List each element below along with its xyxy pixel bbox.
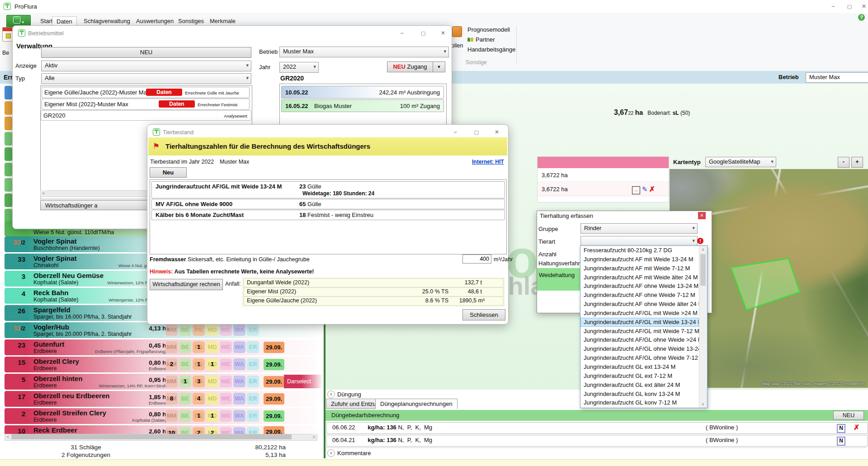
tierart-option[interactable]: Jungrinderaufzucht AF mit Weide 7-12 M — [580, 264, 699, 273]
tierart-option[interactable]: Jungrinderaufzucht AF/GL mit Weide >24 M — [580, 309, 699, 318]
weidehaltung-cell[interactable]: Weidehaltung — [537, 268, 581, 291]
dialog-minimize-button[interactable] — [449, 129, 461, 135]
collapse-icon[interactable] — [327, 391, 335, 398]
dialog-close-button[interactable] — [491, 129, 503, 135]
list-item[interactable]: Eigene Gülle/Jauche (2022)-Muster Max Da… — [42, 87, 250, 98]
field-row[interactable]: 23 Gutenfurt Erdbeere 0,45 ha Erdbeere (… — [5, 339, 316, 355]
list-item[interactable]: GR2020 Analysewert — [41, 110, 251, 121]
dropdown-scrollbar[interactable]: ∧ ∨ — [699, 246, 707, 408]
gruppe-select[interactable]: Rinder — [580, 223, 698, 234]
dialog-close-button[interactable] — [437, 30, 449, 36]
tierart-option[interactable]: Jungrinderaufzucht AF ohne Weide 7-12 M — [580, 291, 699, 300]
fremdwasser-input[interactable] — [462, 254, 491, 264]
schliessen-button[interactable]: Schliessen — [462, 309, 505, 320]
scroll-left-icon[interactable]: < — [41, 190, 47, 196]
expand-icon[interactable] — [327, 449, 335, 457]
tierart-option[interactable]: Jungrinderaufzucht AF mit Weide 13-24 M — [580, 255, 699, 264]
tierart-option[interactable]: Jungrinderaufzucht AF/GL ohne Weide 7-12… — [580, 353, 699, 362]
tierart-option[interactable]: Jungrinderaufzucht GL konv 7-12 M — [580, 398, 699, 407]
field-row[interactable]: 2 Oberzell Streifen Clery Erdbeere 0,80 … — [5, 408, 316, 424]
scroll-left-icon[interactable]: < — [5, 434, 11, 440]
wirtschaftsduenger-rechnen-button[interactable]: Wirtschaftsdünger rechnen — [150, 279, 223, 290]
ribbon-button-fragment[interactable]: Be — [2, 50, 9, 56]
scroll-up-icon[interactable]: ∧ — [699, 246, 707, 253]
edit-pencil-icon[interactable] — [642, 185, 648, 193]
delete-icon[interactable] — [854, 423, 859, 433]
animal-row[interactable]: Kälber bis 6 Monate Zucht/Mast 18 Festmi… — [151, 210, 505, 220]
zugang-dropdown-button[interactable]: ▼ — [433, 61, 445, 72]
prognosemodell-button[interactable]: Prognosemodell — [467, 26, 510, 33]
anzeige-select[interactable]: Aktiv — [41, 61, 251, 71]
window-minimize-button[interactable] — [827, 3, 839, 9]
field-polygon[interactable] — [718, 255, 809, 316]
list-item[interactable]: 16.05.22 Biogas Muster 100 m³ Zugang — [281, 99, 444, 112]
jahr-select[interactable]: 2022 — [279, 62, 319, 73]
dialog-close-button[interactable] — [698, 212, 706, 219]
tab-duengeplanungsrechnungen[interactable]: Düngeplanungsrechnungen — [375, 399, 458, 409]
tierart-option[interactable]: Jungrinderaufzucht AF ohne Weide 13-24 M — [580, 282, 699, 291]
n-badge[interactable]: N — [837, 424, 845, 433]
map-zoom-in-button[interactable]: + — [851, 157, 863, 168]
list-item[interactable]: 10.05.22 242,24 m³ Ausbringung — [281, 86, 444, 99]
scrollbar-thumb[interactable] — [11, 434, 292, 439]
tierart-option[interactable]: Jungrinderaufzucht AF mit Weide älter 24… — [580, 273, 699, 282]
parcel-row[interactable]: 3,6722 ha — [538, 169, 669, 182]
field-row[interactable]: 5 Oberzell hinten Erdbeere 0,95 ha Winte… — [5, 374, 316, 390]
export-icon[interactable] — [632, 186, 640, 194]
dialog-minimize-button[interactable] — [396, 30, 408, 36]
daten-ergaenzen-badge[interactable]: Daten ergänzen — [159, 100, 195, 108]
parcel-row[interactable]: 3,6722 ha — [538, 183, 669, 196]
tab-schlagverwaltung[interactable]: Schlagverwaltung — [80, 16, 134, 26]
neu-button[interactable]: Neu — [150, 167, 187, 178]
daten-ergaenzen-badge[interactable]: Daten ergänzen — [146, 89, 182, 96]
neu-button[interactable]: NEU — [833, 411, 864, 420]
tab-sonstiges[interactable]: Sonstiges — [174, 16, 208, 26]
tierart-option[interactable]: Jungrinderaufzucht GL konv 13-24 M — [580, 390, 699, 399]
dialog-maximize-button[interactable] — [417, 30, 429, 36]
kommentare-bar[interactable]: Kommentare — [326, 447, 866, 457]
duengung-row[interactable]: 06.04.21 kg/ha: 136 N, P, K, Mg ( BWonli… — [326, 435, 868, 447]
window-close-button[interactable] — [858, 3, 868, 9]
field-row[interactable]: 10 Reck Erdbeer 2,60 ha MM10BEPS2MD2WEWA… — [5, 425, 316, 435]
map-zoom-out-button[interactable]: - — [838, 157, 849, 168]
tierart-option[interactable]: Jungrinderaufzucht GL ext 13-24 M — [580, 362, 699, 372]
tierart-option[interactable]: Jungrinderaufzucht GL ext 7-12 M — [580, 372, 699, 381]
handarbeitsgaenge-button[interactable]: Handarbeitsgänge — [467, 46, 515, 53]
tierart-option[interactable]: Jungrinderaufzucht GL ext älter 24 M — [580, 381, 699, 390]
duengung-header[interactable]: Düngung — [337, 391, 361, 398]
scrollbar-thumb[interactable] — [700, 254, 706, 286]
field-row[interactable]: 17 Oberzell neu Erdbeeren Erdbeere 1,85 … — [5, 391, 316, 407]
dialog-maximize-button[interactable] — [471, 129, 482, 135]
tierart-select[interactable] — [580, 236, 698, 246]
scroll-down-icon[interactable]: ∨ — [699, 400, 707, 408]
betrieb-select[interactable]: Muster Max — [279, 47, 449, 57]
internet-hit-link[interactable]: Internet: HIT — [472, 159, 504, 165]
tab-auswertungen[interactable]: Auswertungen — [132, 16, 178, 26]
tierart-option[interactable]: Fresseraufzucht 80-210kg 2.7 DG — [580, 246, 699, 255]
tab-merkmale[interactable]: Merkmale — [206, 16, 240, 26]
kartentyp-select[interactable]: GoogleSatelliteMap — [705, 157, 776, 167]
sidebar-horizontal-scrollbar[interactable]: < > — [5, 434, 317, 441]
zugang-button[interactable]: NEU Zugang — [387, 61, 433, 72]
field-row[interactable]: 11/2 Vogler/Hub Spargel, bis 20.000 Pfl/… — [5, 322, 316, 338]
window-maximize-button[interactable] — [844, 3, 855, 9]
animal-row[interactable]: MV AF/GL ohne Weide 9000 65 Gülle — [151, 199, 505, 209]
help-icon[interactable] — [858, 14, 865, 21]
scroll-right-icon[interactable]: > — [311, 434, 317, 440]
neu-button[interactable]: NEU — [41, 47, 251, 58]
delete-icon[interactable] — [649, 185, 655, 193]
ribbon-cut-label[interactable]: ollen — [451, 42, 463, 49]
wirtschaftsduenger-button[interactable]: Wirtschaftsdünger a — [40, 200, 153, 210]
duengung-row[interactable]: 06.06.22 kg/ha: 136 N, P, K, Mg ( BWonli… — [326, 422, 868, 434]
tierart-option-selected[interactable]: Jungrinderaufzucht AF/GL mit Weide 13-24… — [580, 318, 699, 327]
tierart-option[interactable]: Jungrinderaufzucht AF/GL ohne Weide 13-2… — [580, 344, 699, 353]
tierart-option[interactable]: Jungrinderaufzucht AF/GL ohne Weide >24 … — [580, 335, 699, 344]
list-item[interactable]: Eigener Mist (2022)-Muster Max Daten erg… — [42, 99, 250, 110]
partner-button[interactable]: Partner — [476, 36, 495, 43]
betrieb-select[interactable]: Muster Max — [806, 72, 868, 83]
typ-select[interactable]: Alle — [41, 73, 251, 84]
animal-row[interactable]: Jungrinderaufzucht AF/GL mit Weide 13-24… — [151, 181, 505, 198]
tierart-option[interactable]: Jungrinderaufzucht AF ohne Weide älter 2… — [580, 300, 699, 309]
field-row[interactable]: 15 Oberzell Clery Erdbeere 0,80 ha Erdbe… — [5, 357, 316, 372]
n-badge[interactable]: N — [837, 437, 845, 446]
